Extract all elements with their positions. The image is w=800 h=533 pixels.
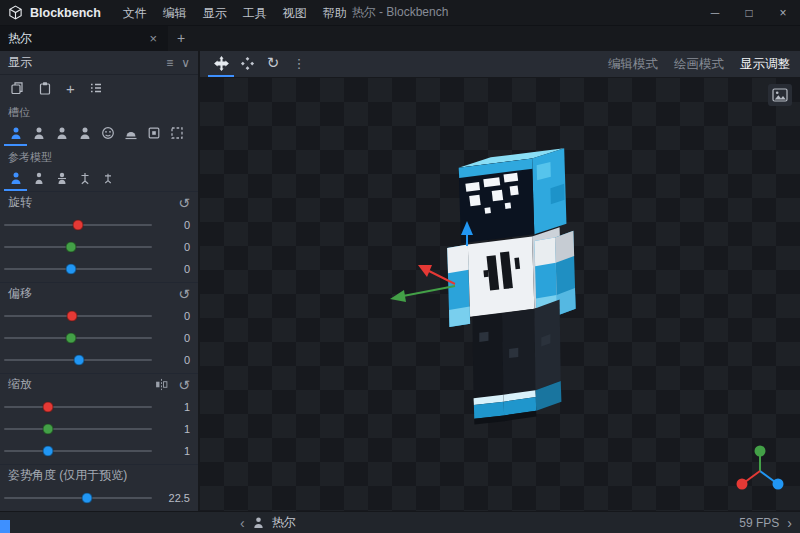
viewport-canvas[interactable] bbox=[200, 78, 800, 511]
list-icon[interactable] bbox=[89, 81, 103, 95]
statusbar: ‹ 热尔 59 FPS › bbox=[0, 511, 800, 533]
scale-x-slider[interactable]: 1 bbox=[0, 396, 198, 418]
rotation-z-value: 0 bbox=[162, 263, 190, 275]
slot-first-person-right-icon[interactable] bbox=[4, 122, 27, 146]
toolbar-menu-icon[interactable]: ⋮ bbox=[286, 51, 312, 77]
reset-scale-icon[interactable]: ↺ bbox=[178, 378, 190, 392]
rotation-z-slider[interactable]: 0 bbox=[0, 258, 198, 280]
slot-ground-icon[interactable] bbox=[119, 122, 142, 146]
transform-space-icon[interactable] bbox=[234, 51, 260, 77]
status-chevron-right-icon[interactable]: › bbox=[787, 516, 792, 530]
offset-label: 偏移 bbox=[8, 285, 32, 302]
slot-row bbox=[0, 122, 198, 146]
reference-player-slim-icon[interactable] bbox=[27, 167, 50, 191]
offset-z-slider[interactable]: 0 bbox=[0, 349, 198, 371]
scale-y-slider[interactable]: 1 bbox=[0, 418, 198, 440]
slot-third-person-right-icon[interactable] bbox=[50, 122, 73, 146]
rotation-x-slider[interactable]: 0 bbox=[0, 214, 198, 236]
menu-edit[interactable]: 编辑 bbox=[155, 0, 195, 26]
close-button[interactable]: × bbox=[766, 0, 800, 26]
reset-rotation-icon[interactable]: ↺ bbox=[178, 196, 190, 210]
viewport: ↻ ⋮ 编辑模式 绘画模式 显示调整 bbox=[200, 51, 800, 511]
mode-paint[interactable]: 绘画模式 bbox=[674, 56, 724, 73]
rotation-y-value: 0 bbox=[162, 241, 190, 253]
slider-track[interactable] bbox=[4, 337, 152, 339]
axis-z-handle bbox=[773, 479, 784, 490]
offset-y-value: 0 bbox=[162, 332, 190, 344]
pose-angle-label: 姿势角度 (仅用于预览) bbox=[8, 467, 127, 484]
slider-track[interactable] bbox=[4, 246, 152, 248]
new-tab-button[interactable]: + bbox=[168, 26, 194, 51]
translate-gizmo[interactable] bbox=[200, 78, 800, 511]
pose-angle-section: 姿势角度 (仅用于预览) 22.5 bbox=[0, 464, 198, 511]
move-tool-icon[interactable] bbox=[208, 51, 234, 77]
copy-icon[interactable] bbox=[10, 81, 24, 95]
minimize-button[interactable]: ─ bbox=[698, 0, 732, 26]
menu-display[interactable]: 显示 bbox=[195, 0, 235, 26]
slots-label: 槽位 bbox=[0, 101, 198, 122]
slider-track[interactable] bbox=[4, 359, 152, 361]
project-tab-label: 热尔 bbox=[8, 30, 146, 47]
axis-x-handle bbox=[737, 479, 748, 490]
status-model-name: 热尔 bbox=[272, 514, 296, 531]
app-name: Blockbench bbox=[30, 6, 101, 20]
corner-accent bbox=[0, 520, 10, 533]
scale-x-value: 1 bbox=[162, 401, 190, 413]
scale-section: 缩放 ↺ 1 1 bbox=[0, 373, 198, 464]
reference-zombie-icon[interactable] bbox=[50, 167, 73, 191]
slot-item-frame-icon[interactable] bbox=[165, 122, 188, 146]
project-tab[interactable]: 热尔 × bbox=[0, 26, 168, 51]
pose-angle-slider[interactable]: 22.5 bbox=[0, 487, 198, 509]
rotation-y-slider[interactable]: 0 bbox=[0, 236, 198, 258]
reference-armor-stand-icon[interactable] bbox=[73, 167, 96, 191]
slider-track[interactable] bbox=[4, 497, 152, 499]
slider-track[interactable] bbox=[4, 406, 152, 408]
blockbench-logo-icon bbox=[8, 5, 23, 20]
fps-counter: 59 FPS bbox=[739, 516, 779, 530]
slider-track[interactable] bbox=[4, 315, 152, 317]
reset-offset-icon[interactable]: ↺ bbox=[178, 287, 190, 301]
menu-file[interactable]: 文件 bbox=[115, 0, 155, 26]
slider-track[interactable] bbox=[4, 268, 152, 270]
offset-y-slider[interactable]: 0 bbox=[0, 327, 198, 349]
display-panel-header: 显示 ≡ ∨ bbox=[0, 51, 198, 75]
paste-icon[interactable] bbox=[38, 81, 52, 95]
slot-gui-icon[interactable] bbox=[142, 122, 165, 146]
display-panel: 显示 ≡ ∨ + 槽位 bbox=[0, 51, 200, 511]
slot-third-person-left-icon[interactable] bbox=[73, 122, 96, 146]
slider-track[interactable] bbox=[4, 428, 152, 430]
slider-track[interactable] bbox=[4, 450, 152, 452]
slider-track[interactable] bbox=[4, 224, 152, 226]
menu-tools[interactable]: 工具 bbox=[235, 0, 275, 26]
main-area: 显示 ≡ ∨ + 槽位 bbox=[0, 51, 800, 511]
reference-player-icon[interactable] bbox=[4, 167, 27, 191]
scale-z-slider[interactable]: 1 bbox=[0, 440, 198, 462]
blockbench-window: Blockbench 文件 编辑 显示 工具 视图 帮助 热尔 - Blockb… bbox=[0, 0, 800, 533]
mirror-icon[interactable] bbox=[155, 378, 168, 391]
orientation-gizmo[interactable] bbox=[732, 441, 788, 497]
reference-armor-stand-small-icon[interactable] bbox=[96, 167, 119, 191]
panel-collapse-icon[interactable]: ∨ bbox=[181, 56, 190, 70]
slot-first-person-left-icon[interactable] bbox=[27, 122, 50, 146]
reload-icon[interactable]: ↻ bbox=[260, 51, 286, 77]
viewport-toolbar: ↻ ⋮ 编辑模式 绘画模式 显示调整 bbox=[200, 51, 800, 78]
tab-close-icon[interactable]: × bbox=[146, 31, 160, 46]
scale-z-value: 1 bbox=[162, 445, 190, 457]
gizmo-z-arrow bbox=[461, 221, 473, 235]
window-controls: ─ □ × bbox=[698, 0, 800, 26]
slot-head-icon[interactable] bbox=[96, 122, 119, 146]
reference-model-row bbox=[0, 167, 198, 191]
status-chevron-left-icon[interactable]: ‹ bbox=[240, 516, 245, 530]
mode-edit[interactable]: 编辑模式 bbox=[608, 56, 658, 73]
scale-y-value: 1 bbox=[162, 423, 190, 435]
mode-display[interactable]: 显示调整 bbox=[740, 56, 790, 73]
menu-view[interactable]: 视图 bbox=[275, 0, 315, 26]
titlebar: Blockbench 文件 编辑 显示 工具 视图 帮助 热尔 - Blockb… bbox=[0, 0, 800, 26]
panel-menu-icon[interactable]: ≡ bbox=[166, 56, 173, 70]
maximize-button[interactable]: □ bbox=[732, 0, 766, 26]
menu-help[interactable]: 帮助 bbox=[315, 0, 355, 26]
background-image-button[interactable] bbox=[768, 84, 792, 106]
offset-x-slider[interactable]: 0 bbox=[0, 305, 198, 327]
add-icon[interactable]: + bbox=[66, 81, 75, 96]
project-tabbar: 热尔 × + bbox=[0, 26, 800, 51]
